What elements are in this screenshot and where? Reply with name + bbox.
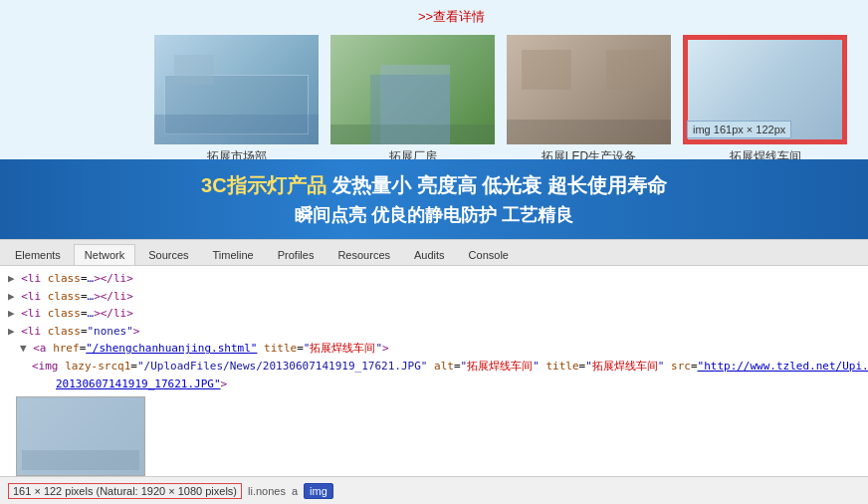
devtools-content: ▶ <li class=…></li> ▶ <li class=…></li> … [0,266,868,476]
gallery-row: 拓展市场部 拓展厂房 拓展LED生产设备 [154,35,847,165]
see-detail-link[interactable]: >>查看详情 [418,8,485,26]
tab-resources[interactable]: Resources [326,244,401,265]
image-tooltip: img 161px × 122px [687,121,791,138]
gallery-item-3: 拓展LED生产设备 [507,35,671,165]
gallery-image-3[interactable] [507,35,671,144]
tab-audits[interactable]: Audits [403,244,456,265]
tab-network[interactable]: Network [74,244,135,265]
gallery-item-4: img 161px × 122px 拓展焊线车间 [683,35,847,165]
devtools-statusbar: 161 × 122 pixels (Natural: 1920 × 1080 p… [0,476,868,504]
html-line-4: ▶ <li class="nones"> [8,323,860,341]
tab-console[interactable]: Console [458,244,520,265]
gallery-image-1[interactable] [154,35,319,144]
html-line-6: <img lazy-srcq1="/UploadFiles/News/20130… [8,358,860,376]
tab-timeline[interactable]: Timeline [202,244,265,265]
tab-elements[interactable]: Elements [4,244,72,265]
banner-line2: 瞬间点亮 优良的静电防护 工艺精良 [295,203,573,227]
banner-features: 发热量小 亮度高 低光衰 超长使用寿命 [331,174,667,196]
html-line-2: ▶ <li class=…></li> [8,288,860,306]
gallery-item-2: 拓展厂房 [330,35,495,165]
gallery-image-2[interactable] [330,35,495,144]
devtools-panel: Elements Network Sources Timeline Profil… [0,239,868,504]
breadcrumb-img[interactable]: img [304,483,333,499]
html-line-3: ▶ <li class=…></li> [8,305,860,323]
gallery-image-4[interactable]: img 161px × 122px [683,35,847,144]
breadcrumb-li[interactable]: li.nones [248,485,286,497]
html-panel[interactable]: ▶ <li class=…></li> ▶ <li class=…></li> … [0,266,868,476]
product-banner: 3C指示灯产品 发热量小 亮度高 低光衰 超长使用寿命 瞬间点亮 优良的静电防护… [0,159,868,239]
preview-area [8,396,860,476]
devtools-tabbar: Elements Network Sources Timeline Profil… [0,240,868,266]
html-line-5: ▼ <a href="/shengchanhuanjing.shtml" tit… [8,340,860,358]
html-line-1: ▶ <li class=…></li> [8,270,860,288]
banner-line1: 3C指示灯产品 发热量小 亮度高 低光衰 超长使用寿命 [201,172,667,199]
tab-sources[interactable]: Sources [137,244,199,265]
image-dimensions: 161 × 122 pixels (Natural: 1920 × 1080 p… [8,483,242,499]
breadcrumb-a[interactable]: a [292,485,298,497]
preview-image [16,396,145,476]
tab-profiles[interactable]: Profiles [267,244,326,265]
html-line-6b: 20130607141919_17621.JPG"> [8,376,860,393]
banner-product-name: 3C指示灯产品 [201,174,326,196]
gallery-item-1: 拓展市场部 [154,35,319,165]
page-content: >>查看详情 拓展市场部 拓展厂房 拓展LED生产设备 [0,0,868,239]
